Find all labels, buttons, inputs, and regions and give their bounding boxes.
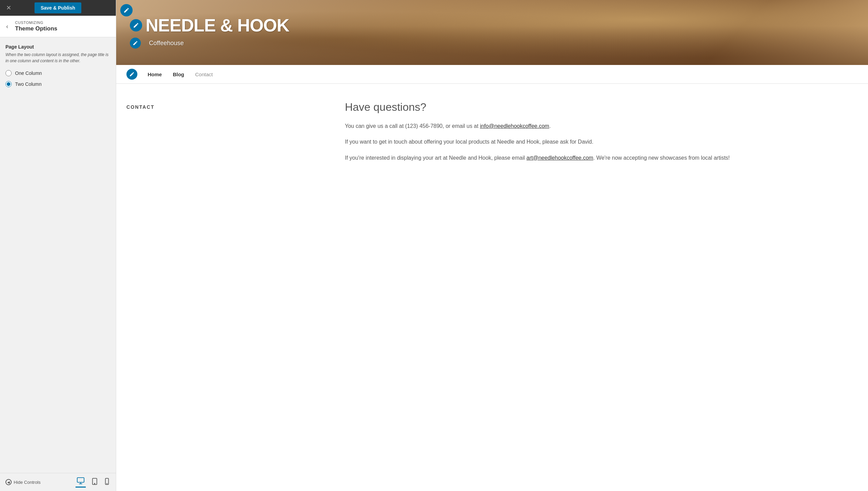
panel-topbar: ✕ Save & Publish [0, 0, 116, 16]
two-column-option[interactable]: Two Column [5, 81, 110, 87]
device-controls [76, 477, 110, 488]
para1-suffix: . [549, 123, 551, 129]
two-col-layout: CONTACT Have questions? You can give us … [126, 101, 858, 169]
art-email-link[interactable]: art@needlehookcoffee.com [527, 155, 594, 161]
close-button[interactable]: ✕ [4, 3, 13, 12]
two-column-label: Two Column [15, 81, 42, 87]
save-publish-button[interactable]: Save & Publish [35, 2, 81, 13]
svg-rect-0 [77, 478, 84, 482]
panel-footer: ◀ Hide Controls [0, 473, 116, 491]
hide-controls-label: Hide Controls [14, 480, 41, 485]
close-icon: ✕ [6, 4, 11, 11]
site-tagline: Coffeehouse [149, 40, 184, 47]
para3-prefix: If you're interested in displaying your … [345, 155, 526, 161]
two-column-radio[interactable] [5, 81, 12, 87]
hide-controls-icon: ◀ [5, 479, 12, 485]
back-button[interactable]: ‹ [3, 22, 11, 31]
nav-blog[interactable]: Blog [167, 65, 190, 83]
site-name-edit-icon[interactable] [130, 19, 142, 31]
contact-para-1: You can give us a call at (123) 456-7890… [345, 122, 858, 131]
panel-content: Page Layout When the two column layout i… [0, 37, 116, 473]
hide-controls-button[interactable]: ◀ Hide Controls [5, 479, 41, 485]
svg-point-4 [94, 483, 95, 484]
nav-contact[interactable]: Contact [190, 65, 218, 83]
mobile-device-button[interactable] [104, 477, 110, 487]
contact-para-2: If you want to get in touch about offeri… [345, 137, 858, 146]
para1-prefix: You can give us a call at (123) 456-7890… [345, 123, 480, 129]
site-nav: Home Blog Contact [116, 65, 868, 84]
contact-para-3: If you're interested in displaying your … [345, 154, 858, 162]
preview-area: NEEDLE & HOOK Coffeehouse Home Blog Cont… [116, 0, 868, 491]
site-header: NEEDLE & HOOK Coffeehouse [116, 0, 868, 65]
one-column-label: One Column [15, 70, 42, 76]
nav-edit-icon[interactable] [126, 69, 137, 80]
contact-heading: Have questions? [345, 101, 858, 114]
page-content-column: Have questions? You can give us a call a… [345, 101, 858, 169]
nav-home[interactable]: Home [142, 65, 167, 83]
tablet-device-button[interactable] [91, 477, 99, 487]
header-edit-icon[interactable] [120, 4, 133, 16]
customizing-label: Customizing [15, 21, 110, 25]
desktop-device-button[interactable] [76, 477, 86, 488]
one-column-option[interactable]: One Column [5, 70, 110, 76]
info-email-link[interactable]: info@needlehookcoffee.com [480, 123, 549, 129]
tagline-edit-icon[interactable] [130, 38, 141, 49]
site-main: CONTACT Have questions? You can give us … [116, 84, 868, 186]
back-icon: ‹ [6, 23, 8, 30]
section-title: Theme Options [15, 25, 110, 32]
customizer-panel: ✕ Save & Publish ‹ Customizing Theme Opt… [0, 0, 116, 491]
para3-suffix: . We're now accepting new showcases from… [593, 155, 730, 161]
site-name: NEEDLE & HOOK [146, 16, 289, 34]
one-column-radio[interactable] [5, 70, 12, 76]
page-title-column: CONTACT [126, 101, 331, 169]
page-section-title: CONTACT [126, 104, 331, 110]
page-layout-title: Page Layout [5, 44, 110, 50]
panel-header: ‹ Customizing Theme Options [0, 16, 116, 37]
page-layout-description: When the two column layout is assigned, … [5, 52, 110, 64]
